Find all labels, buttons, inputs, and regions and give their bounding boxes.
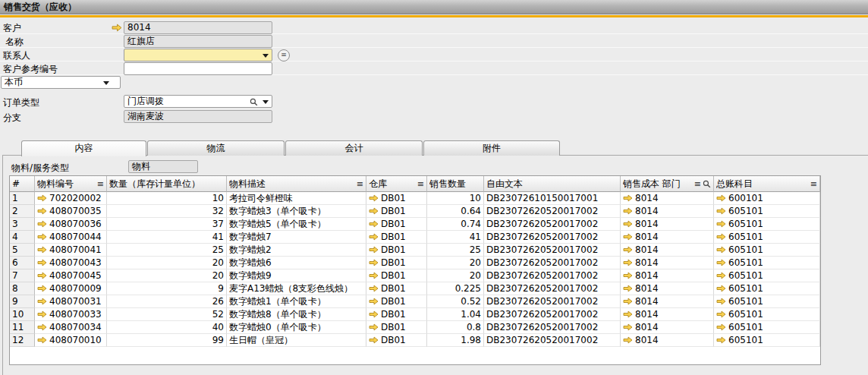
cell-free_text[interactable]: DB23072620520017002 (484, 269, 621, 282)
cell-gl_account[interactable]: 605101 (714, 205, 820, 218)
currency-dropdown[interactable]: 本币 (1, 76, 121, 89)
link-arrow-icon[interactable] (623, 323, 633, 331)
cell-quantity[interactable]: 20 (107, 269, 227, 282)
cell-sales_qty[interactable]: 20 (427, 269, 484, 282)
link-arrow-icon[interactable] (369, 285, 379, 292)
link-arrow-icon[interactable] (369, 323, 379, 331)
link-arrow-icon[interactable] (716, 272, 726, 279)
link-arrow-icon[interactable] (37, 207, 47, 215)
cell-item_no[interactable]: 408070034 (35, 321, 107, 334)
cell-item_no[interactable]: 408070041 (35, 244, 107, 257)
link-arrow-icon[interactable] (623, 285, 633, 292)
cell-free_text[interactable]: DB23072620520017002 (484, 295, 621, 308)
link-arrow-icon[interactable] (716, 246, 726, 254)
cell-num[interactable]: 3 (10, 218, 35, 231)
window-titlebar[interactable]: 销售交货（应收） (0, 0, 868, 14)
cell-department[interactable]: 8014 (621, 257, 714, 269)
cell-gl_account[interactable]: 605101 (714, 282, 820, 295)
column-header-num[interactable]: # (10, 176, 35, 192)
link-arrow-icon[interactable] (369, 207, 379, 215)
cell-sales_qty[interactable]: 1.98 (427, 334, 484, 347)
cell-gl_account[interactable]: 605101 (714, 295, 820, 308)
link-arrow-icon[interactable] (37, 233, 47, 241)
cell-gl_account[interactable]: 600101 (714, 192, 820, 205)
cell-item_no[interactable]: 408070035 (35, 205, 107, 218)
column-header-free_text[interactable]: 自由文本 (484, 176, 621, 192)
cell-warehouse[interactable]: DB01 (366, 218, 427, 231)
column-header-warehouse[interactable]: 仓库≡ (366, 176, 427, 192)
link-arrow-icon[interactable] (716, 259, 726, 266)
cell-item_no[interactable]: 408070036 (35, 218, 107, 231)
link-arrow-icon[interactable] (623, 233, 633, 241)
link-arrow-icon[interactable] (716, 220, 726, 228)
cell-free_text[interactable]: DB23072620520017002 (484, 308, 621, 321)
cell-free_text[interactable]: DB23072620520017002 (484, 205, 621, 218)
link-arrow-icon[interactable] (37, 323, 47, 331)
link-arrow-icon[interactable] (623, 272, 633, 279)
cell-description[interactable]: 数字蜡烛3（单个吸卡） (227, 205, 366, 218)
link-arrow-icon[interactable] (37, 285, 47, 292)
cell-item_no[interactable]: 408070009 (35, 282, 107, 295)
cell-gl_account[interactable]: 605101 (714, 269, 820, 282)
link-arrow-icon[interactable] (623, 194, 633, 202)
cell-item_no[interactable]: 408070045 (35, 269, 107, 282)
customer-ref-input[interactable] (124, 62, 272, 75)
link-arrow-icon[interactable] (369, 336, 379, 344)
cell-description[interactable]: 麦字A13蜡烛（8支彩色线烛） (227, 282, 366, 295)
link-arrow-icon[interactable] (37, 272, 47, 279)
cell-department[interactable]: 8014 (621, 244, 714, 257)
cell-num[interactable]: 12 (10, 334, 35, 347)
cell-department[interactable]: 8014 (621, 321, 714, 334)
link-arrow-icon[interactable] (369, 233, 379, 241)
link-arrow-icon[interactable] (37, 298, 47, 305)
link-arrow-icon[interactable] (369, 298, 379, 305)
link-arrow-icon[interactable] (623, 298, 633, 305)
tab-contents[interactable]: 内容 (21, 140, 146, 156)
cell-gl_account[interactable]: 605101 (714, 321, 820, 334)
link-arrow-icon[interactable] (37, 220, 47, 228)
cell-gl_account[interactable]: 605101 (714, 334, 820, 347)
cell-num[interactable]: 10 (10, 308, 35, 321)
link-arrow-icon[interactable] (716, 310, 726, 318)
cell-warehouse[interactable]: DB01 (366, 257, 427, 269)
cell-num[interactable]: 7 (10, 269, 35, 282)
cell-warehouse[interactable]: DB01 (366, 205, 427, 218)
branch-field[interactable]: 湖南麦波 (124, 110, 272, 123)
link-arrow-icon[interactable] (37, 336, 47, 344)
order-type-field[interactable]: 门店调拨 (124, 95, 272, 108)
search-icon[interactable] (703, 180, 711, 188)
link-arrow-icon[interactable] (716, 194, 726, 202)
customer-link-arrow-icon[interactable] (112, 24, 122, 32)
link-arrow-icon[interactable] (369, 272, 379, 279)
cell-item_no[interactable]: 408070044 (35, 231, 107, 244)
cell-warehouse[interactable]: DB01 (366, 244, 427, 257)
cell-department[interactable]: 8014 (621, 282, 714, 295)
cell-gl_account[interactable]: 605101 (714, 244, 820, 257)
cell-free_text[interactable]: DB23072620520017002 (484, 218, 621, 231)
column-header-sales_qty[interactable]: 销售数量 (427, 176, 484, 192)
cell-sales_qty[interactable]: 0.74 (427, 218, 484, 231)
cell-description[interactable]: 生日帽（皇冠） (227, 334, 366, 347)
cell-warehouse[interactable]: DB01 (366, 282, 427, 295)
cell-quantity[interactable]: 41 (107, 231, 227, 244)
cell-quantity[interactable]: 40 (107, 321, 227, 334)
cell-free_text[interactable]: DB23072620520017002 (484, 244, 621, 257)
cell-department[interactable]: 8014 (621, 192, 714, 205)
cell-description[interactable]: 数字蜡烛6 (227, 257, 366, 269)
link-arrow-icon[interactable] (369, 194, 379, 202)
cell-department[interactable]: 8014 (621, 308, 714, 321)
cell-num[interactable]: 5 (10, 244, 35, 257)
cell-gl_account[interactable]: 605101 (714, 218, 820, 231)
chevron-down-icon[interactable] (263, 100, 269, 104)
cell-warehouse[interactable]: DB01 (366, 321, 427, 334)
link-arrow-icon[interactable] (716, 323, 726, 331)
cell-num[interactable]: 9 (10, 295, 35, 308)
cell-description[interactable]: 数字蜡烛5（单个吸卡） (227, 218, 366, 231)
cell-quantity[interactable]: 37 (107, 218, 227, 231)
cell-free_text[interactable]: DB23072620520017002 (484, 334, 621, 347)
cell-free_text[interactable]: DB23072620520017002 (484, 282, 621, 295)
name-field[interactable]: 红旗店 (124, 35, 272, 48)
cell-department[interactable]: 8014 (621, 231, 714, 244)
cell-description[interactable]: 考拉司令鲜橙味 (227, 192, 366, 205)
cell-gl_account[interactable]: 605101 (714, 308, 820, 321)
